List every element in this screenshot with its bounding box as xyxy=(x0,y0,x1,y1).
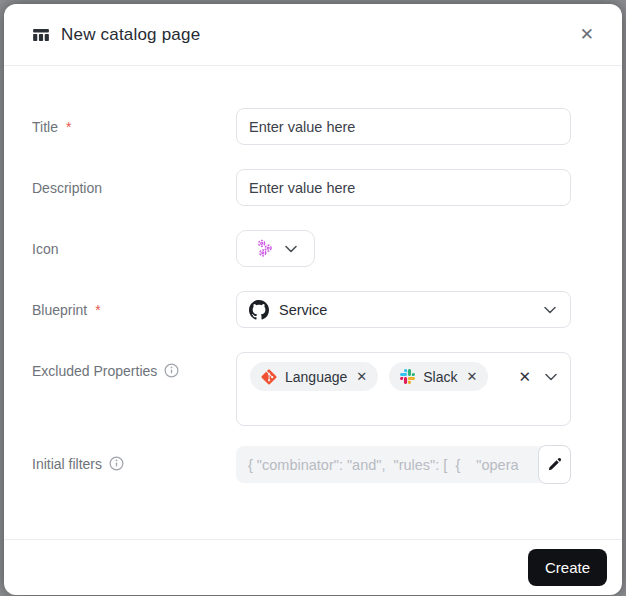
excluded-properties-field-row: Excluded Properties Language ✕ xyxy=(32,352,571,426)
chip-language: Language ✕ xyxy=(250,362,378,391)
dialog-footer: Create xyxy=(4,539,622,595)
git-icon xyxy=(261,369,277,385)
slack-icon xyxy=(400,369,415,384)
selected-chips: Language ✕ Slack ✕ xyxy=(250,362,488,391)
pencil-icon xyxy=(547,457,562,472)
chip-slack: Slack ✕ xyxy=(389,362,488,391)
chevron-down-icon[interactable] xyxy=(545,373,557,381)
microservices-icon xyxy=(254,238,275,259)
blueprint-selected-value: Service xyxy=(279,302,327,318)
dialog-body: Title* Description Icon xyxy=(4,66,622,539)
chevron-down-icon xyxy=(544,306,556,314)
remove-chip-button[interactable]: ✕ xyxy=(465,370,477,383)
github-icon xyxy=(249,300,269,320)
info-icon[interactable] xyxy=(109,456,124,471)
icon-label: Icon xyxy=(32,241,58,257)
blueprint-label: Blueprint xyxy=(32,302,87,318)
blueprint-field-row: Blueprint* Service xyxy=(32,291,571,328)
title-label: Title xyxy=(32,119,58,135)
new-catalog-page-dialog: New catalog page ✕ Title* Description Ic… xyxy=(4,4,622,595)
blueprint-select[interactable]: Service xyxy=(236,291,571,328)
dialog-header: New catalog page ✕ xyxy=(4,4,622,66)
excluded-properties-label: Excluded Properties xyxy=(32,363,157,379)
initial-filters-field-row: Initial filters { "combinator": "and", "… xyxy=(32,445,571,484)
description-label: Description xyxy=(32,180,102,196)
table-icon xyxy=(32,26,50,44)
chip-label: Slack xyxy=(423,369,457,385)
info-icon[interactable] xyxy=(164,363,179,378)
description-field-row: Description xyxy=(32,169,571,206)
edit-filters-button[interactable] xyxy=(538,445,571,484)
create-button[interactable]: Create xyxy=(528,549,607,586)
close-button[interactable]: ✕ xyxy=(576,22,598,47)
title-field-row: Title* xyxy=(32,108,571,145)
remove-chip-button[interactable]: ✕ xyxy=(355,370,367,383)
icon-dropdown[interactable] xyxy=(236,230,315,267)
description-input[interactable] xyxy=(236,169,571,206)
icon-field-row: Icon xyxy=(32,230,571,267)
initial-filters-value: { "combinator": "and", "rules": [ { "ope… xyxy=(236,446,571,483)
clear-all-button[interactable]: ✕ xyxy=(518,369,531,384)
required-asterisk: * xyxy=(66,119,71,135)
dialog-title: New catalog page xyxy=(61,25,200,45)
initial-filters-label: Initial filters xyxy=(32,456,102,472)
excluded-properties-multiselect[interactable]: Language ✕ Slack ✕ ✕ xyxy=(236,352,571,426)
title-input[interactable] xyxy=(236,108,571,145)
required-asterisk: * xyxy=(95,302,100,318)
chip-label: Language xyxy=(285,369,347,385)
chevron-down-icon xyxy=(285,245,297,253)
